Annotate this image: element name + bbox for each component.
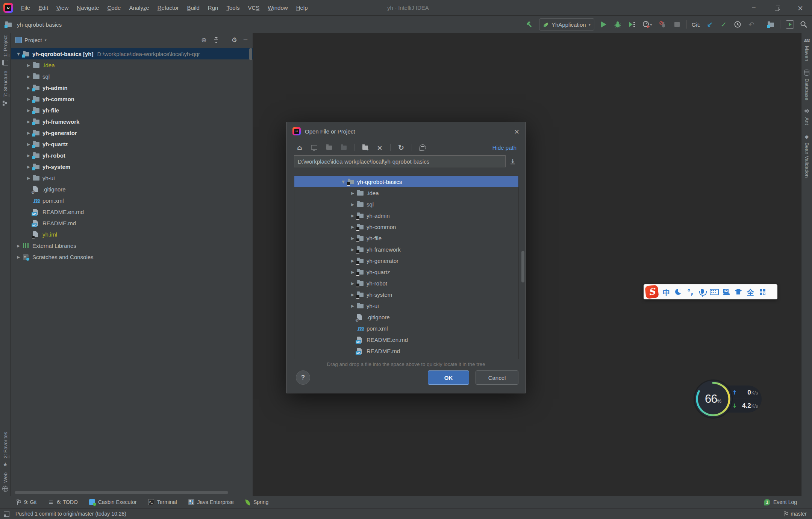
tree-row-yh-system[interactable]: ▶yh-system bbox=[11, 161, 253, 172]
tree-row-pom-xml[interactable]: mpom.xml bbox=[294, 323, 518, 334]
search-everywhere-button[interactable] bbox=[799, 20, 808, 29]
show-history-button[interactable] bbox=[733, 20, 742, 29]
cancel-button[interactable]: Cancel bbox=[476, 370, 518, 385]
soft-keyboard-icon[interactable] bbox=[709, 286, 720, 298]
tree-row-yh-file[interactable]: ▶yh-file bbox=[11, 105, 253, 116]
menu-item-analyze[interactable]: Analyze bbox=[125, 0, 153, 15]
profiler-button[interactable]: ▾ bbox=[641, 20, 654, 29]
menu-item-code[interactable]: Code bbox=[103, 0, 125, 15]
run-with-coverage-button[interactable] bbox=[627, 20, 636, 29]
collapse-all-button[interactable] bbox=[213, 37, 218, 42]
menu-item-navigate[interactable]: Navigate bbox=[73, 0, 103, 15]
tree-row-yh-admin[interactable]: ▶yh-admin bbox=[11, 82, 253, 93]
chevron-down-icon[interactable]: ▼ bbox=[14, 52, 23, 56]
tree-row-yh-quartz[interactable]: ▶yh-quartz bbox=[294, 266, 518, 278]
tree-row-yh-admin[interactable]: ▶yh-admin bbox=[294, 210, 518, 221]
user-center-icon[interactable]: 42 bbox=[721, 286, 732, 298]
tool-window-button-web[interactable]: Web bbox=[2, 472, 8, 492]
desktop-directory-button[interactable] bbox=[310, 143, 318, 152]
path-input[interactable] bbox=[294, 155, 506, 167]
tree-row-yh-robot[interactable]: ▶yh-robot bbox=[294, 278, 518, 289]
tree-row-readme-md[interactable]: README.md bbox=[11, 217, 253, 229]
tool-window-button-bean-validation[interactable]: Bean Validation bbox=[804, 134, 810, 178]
tool-window-button-7-structure[interactable]: 7: Structure bbox=[2, 71, 8, 106]
chinese-mode-icon[interactable]: 中 bbox=[661, 286, 672, 298]
chevron-right-icon[interactable]: ▶ bbox=[24, 176, 33, 180]
chevron-down-icon[interactable]: ▾ bbox=[45, 38, 47, 42]
breadcrumb[interactable]: yh-qqrobot-basics bbox=[5, 16, 62, 33]
punctuation-icon[interactable]: °, bbox=[685, 286, 696, 298]
run-button[interactable] bbox=[599, 20, 608, 29]
chevron-right-icon[interactable]: ▶ bbox=[348, 259, 357, 263]
tree-row-external-libraries[interactable]: ▶External Libraries bbox=[11, 240, 253, 251]
tree-row-scratches-and-consoles[interactable]: ▶Scratches and Consoles bbox=[11, 251, 253, 263]
tree-row-yh-quartz[interactable]: ▶yh-quartz bbox=[11, 138, 253, 150]
tree-row-sql[interactable]: ▶sql bbox=[294, 199, 518, 210]
event-log-widget[interactable]: 1 Event Log bbox=[764, 499, 797, 505]
chevron-right-icon[interactable]: ▶ bbox=[348, 214, 357, 218]
show-hidden-files-button[interactable] bbox=[418, 143, 427, 152]
tool-window-button-1-project[interactable]: 1: Project bbox=[2, 35, 8, 65]
tool-window-button-spring[interactable]: Spring bbox=[245, 499, 268, 505]
update-project-button[interactable]: ↙ bbox=[705, 20, 714, 29]
minimize-button[interactable]: ─ bbox=[742, 0, 765, 15]
build-hammer-button[interactable] bbox=[525, 20, 534, 29]
jump-to-module-button[interactable] bbox=[339, 143, 348, 152]
menu-item-view[interactable]: View bbox=[52, 0, 73, 15]
chevron-right-icon[interactable]: ▶ bbox=[24, 165, 33, 169]
chevron-right-icon[interactable]: ▶ bbox=[348, 236, 357, 240]
chevron-right-icon[interactable]: ▶ bbox=[24, 63, 33, 67]
tree-row-yh-framework[interactable]: ▶yh-framework bbox=[294, 244, 518, 255]
dialog-close-button[interactable]: × bbox=[514, 127, 520, 135]
net-speed-widget[interactable]: ↑ 0K/s ↓ 4.2K/s 66 % bbox=[695, 381, 762, 417]
menu-item-file[interactable]: File bbox=[17, 0, 34, 15]
chevron-right-icon[interactable]: ▶ bbox=[24, 97, 33, 101]
home-directory-button[interactable]: ⌂ bbox=[295, 143, 304, 152]
tree-row-gitignore[interactable]: .gitignore bbox=[11, 184, 253, 195]
vertical-scrollbar-thumb[interactable] bbox=[249, 48, 252, 60]
chevron-right-icon[interactable]: ▶ bbox=[348, 225, 357, 229]
tool-window-button-9-git[interactable]: 9: Git bbox=[15, 499, 36, 505]
tree-row-yh-robot[interactable]: ▶yh-robot bbox=[11, 150, 253, 161]
path-dropdown-button[interactable]: ↓ bbox=[508, 156, 518, 167]
tool-window-button-database[interactable]: Database bbox=[804, 70, 810, 100]
chevron-right-icon[interactable]: ▶ bbox=[24, 120, 33, 124]
run-anything-button[interactable] bbox=[785, 20, 794, 29]
tree-row-yh-generator[interactable]: ▶yh-generator bbox=[294, 255, 518, 266]
hide-panel-button[interactable]: ─ bbox=[244, 36, 247, 44]
run-configuration-select[interactable]: YhApplication ▾ bbox=[539, 18, 594, 30]
dialog-scrollbar-thumb[interactable] bbox=[521, 251, 524, 282]
tree-row-yh-iml[interactable]: yh.iml bbox=[294, 357, 518, 359]
tree-row-yh-ui[interactable]: ▶yh-ui bbox=[294, 300, 518, 311]
project-structure-button[interactable] bbox=[766, 20, 775, 29]
chevron-right-icon[interactable]: ▶ bbox=[348, 270, 357, 274]
new-folder-button[interactable]: + bbox=[361, 143, 369, 152]
tree-row-readme-en-md[interactable]: README.en.md bbox=[11, 206, 253, 217]
refresh-button[interactable]: ↻ bbox=[397, 143, 405, 152]
tree-row-yh-ui[interactable]: ▶yh-ui bbox=[11, 172, 253, 184]
tree-row-yh-framework[interactable]: ▶yh-framework bbox=[11, 116, 253, 127]
chevron-right-icon[interactable]: ▶ bbox=[348, 281, 357, 285]
microphone-icon[interactable] bbox=[697, 286, 708, 298]
tree-row-pom-xml[interactable]: mpom.xml bbox=[11, 195, 253, 206]
chevron-right-icon[interactable]: ▶ bbox=[24, 86, 33, 90]
project-panel-title[interactable]: Project bbox=[24, 37, 42, 43]
menu-item-help[interactable]: Help bbox=[292, 0, 312, 15]
locate-file-button[interactable]: ⊕ bbox=[201, 36, 206, 44]
tree-row-yh-generator[interactable]: ▶yh-generator bbox=[11, 127, 253, 138]
tree-row-sql[interactable]: ▶sql bbox=[11, 71, 253, 82]
git-branch-widget[interactable]: master bbox=[783, 511, 807, 517]
tree-row-yh-file[interactable]: ▶yh-file bbox=[294, 232, 518, 244]
rollback-button[interactable]: ↶ bbox=[747, 20, 756, 29]
chevron-right-icon[interactable]: ▶ bbox=[14, 255, 23, 259]
debug-button[interactable] bbox=[613, 20, 622, 29]
menu-item-refactor[interactable]: Refactor bbox=[153, 0, 183, 15]
menu-item-vcs[interactable]: VCS bbox=[244, 0, 264, 15]
chevron-right-icon[interactable]: ▶ bbox=[24, 142, 33, 146]
tool-window-toggle-icon[interactable] bbox=[4, 511, 9, 517]
tree-row-yh-system[interactable]: ▶yh-system bbox=[294, 289, 518, 300]
chevron-right-icon[interactable]: ▶ bbox=[348, 293, 357, 297]
tool-window-button-java-enterprise[interactable]: Java Enterprise bbox=[188, 499, 234, 505]
toolbox-icon[interactable] bbox=[757, 286, 768, 298]
chevron-right-icon[interactable]: ▶ bbox=[348, 191, 357, 195]
